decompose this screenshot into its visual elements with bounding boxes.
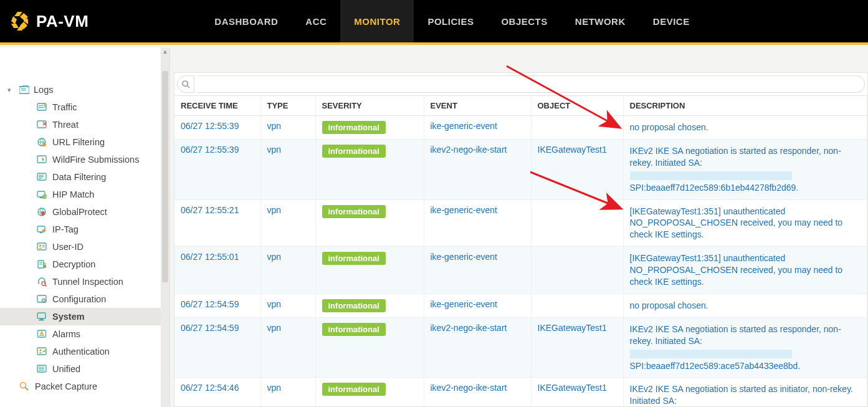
column-header[interactable]: RECEIVE TIME [174, 96, 260, 116]
severity-badge: informational [322, 145, 386, 158]
table-row[interactable]: 06/27 12:55:39vpninformationalikev2-nego… [174, 140, 867, 200]
column-header[interactable]: OBJECT [531, 96, 623, 116]
sidebar-item-url-filtering[interactable]: URL Filtering [0, 133, 161, 151]
cell-description: no proposal chosen. [623, 116, 867, 140]
svg-point-51 [21, 383, 26, 388]
svg-rect-8 [21, 89, 26, 89]
sidebar-item-data-filtering[interactable]: Data Filtering [0, 168, 161, 186]
sidebar-item-label: URL Filtering [52, 137, 105, 147]
sidebar-item-tunnel-inspection[interactable]: Tunnel Inspection [0, 273, 161, 290]
svg-line-36 [45, 285, 47, 287]
cell-type: vpn [260, 247, 315, 294]
cell-event: ikev2-nego-ike-start [424, 378, 531, 407]
table-row[interactable]: 06/27 12:54:59vpninformationalike-generi… [174, 294, 867, 317]
log-panel: RECEIVE TIMETYPESEVERITYEVENTOBJECTDESCR… [174, 72, 868, 407]
svg-point-46 [39, 349, 42, 352]
svg-rect-33 [39, 264, 42, 265]
table-row[interactable]: 06/27 12:55:01vpninformationalike-generi… [174, 247, 867, 294]
svg-rect-39 [37, 313, 45, 318]
table-row[interactable]: 06/27 12:54:59vpninformationalikev2-nego… [174, 317, 867, 378]
sidebar-item-label: Traffic [52, 102, 77, 112]
system-icon [36, 311, 47, 322]
svg-rect-19 [39, 176, 44, 177]
url-filtering-icon [36, 136, 47, 148]
sidebar-item-label: User-ID [52, 242, 83, 252]
svg-rect-40 [40, 318, 43, 320]
sidebar-item-threat[interactable]: Threat [0, 116, 161, 133]
cell-object [531, 116, 623, 140]
table-row[interactable]: 06/27 12:55:21vpninformationalike-generi… [174, 199, 867, 247]
hip-match-icon [36, 189, 47, 200]
cell-severity: informational [315, 317, 424, 378]
column-header[interactable]: DESCRIPTION [623, 96, 867, 116]
sidebar-item-ip-tag[interactable]: IP-Tag [0, 221, 161, 238]
sidebar-scrollbar[interactable]: ▲ [161, 47, 169, 407]
nav-network[interactable]: NETWORK [561, 0, 639, 42]
data-filtering-icon [36, 171, 47, 183]
sidebar-item-label: HIP Match [52, 189, 94, 199]
sidebar-item-label: GlobalProtect [52, 207, 107, 217]
table-row[interactable]: 06/27 12:54:46vpninformationalikev2-nego… [174, 378, 867, 407]
svg-rect-30 [42, 247, 45, 247]
sidebar-item-alarms[interactable]: Alarms [0, 325, 161, 343]
scroll-up-icon[interactable]: ▲ [161, 47, 169, 56]
sidebar-group-logs[interactable]: ▾ Logs [0, 81, 161, 98]
cell-object [531, 294, 623, 317]
sidebar-item-wildfire-submissions[interactable]: WildFire Submissions [0, 151, 161, 168]
scrollbar-thumb[interactable] [162, 71, 168, 282]
chevron-down-icon: ▾ [7, 86, 15, 94]
nav-policies[interactable]: POLICIES [414, 0, 487, 42]
authentication-icon [36, 346, 47, 357]
cell-severity: informational [315, 116, 424, 140]
column-header[interactable]: EVENT [424, 96, 531, 116]
sidebar: ▾ Logs TrafficThreatURL FilteringWildFir… [0, 47, 170, 407]
sidebar-item-authentication[interactable]: Authentication [0, 343, 161, 360]
nav-dashboard[interactable]: DASHBOARD [201, 0, 292, 42]
svg-marker-5 [11, 24, 19, 28]
sidebar-group-packet-capture[interactable]: Packet Capture [0, 378, 161, 395]
brand: PA-VM [11, 12, 88, 31]
cell-event: ikev2-nego-ike-start [424, 317, 531, 378]
sidebar-item-decryption[interactable]: Decryption [0, 256, 161, 273]
svg-marker-6 [11, 16, 17, 24]
cell-type: vpn [260, 378, 315, 407]
redacted-block [630, 171, 792, 180]
nav-objects[interactable]: OBJECTS [487, 0, 561, 42]
svg-rect-49 [39, 368, 44, 369]
nav-device[interactable]: DEVICE [639, 0, 703, 42]
sidebar-item-label: Tunnel Inspection [52, 277, 123, 287]
svg-line-52 [26, 388, 29, 391]
search-icon[interactable] [177, 75, 194, 93]
threat-icon [36, 119, 47, 130]
sidebar-group-label: Logs [34, 85, 53, 95]
workspace: ▾ Logs TrafficThreatURL FilteringWildFir… [0, 47, 868, 407]
table-row[interactable]: 06/27 12:55:39vpninformationalike-generi… [174, 116, 867, 140]
svg-rect-16 [37, 156, 46, 163]
column-header[interactable]: SEVERITY [315, 96, 424, 116]
svg-line-54 [187, 85, 189, 88]
cell-receive-time: 06/27 12:54:46 [174, 378, 260, 407]
column-header[interactable]: TYPE [260, 96, 315, 116]
cell-description: IKEv2 IKE SA negotiation is started as r… [623, 317, 867, 378]
sidebar-item-system[interactable]: System [0, 308, 161, 325]
sidebar-item-hip-match[interactable]: HIP Match [0, 186, 161, 203]
top-bar: PA-VM DASHBOARDACCMONITORPOLICIESOBJECTS… [0, 0, 868, 45]
sidebar-item-traffic[interactable]: Traffic [0, 98, 161, 116]
sidebar-item-unified[interactable]: Unified [0, 360, 161, 378]
cell-description: IKEv2 IKE SA negotiation is started as r… [623, 140, 867, 200]
sidebar-item-user-id[interactable]: User-ID [0, 238, 161, 256]
nav-acc[interactable]: ACC [292, 0, 340, 42]
svg-rect-48 [39, 367, 44, 368]
sidebar-item-globalprotect[interactable]: GlobalProtect [0, 203, 161, 221]
severity-badge: informational [322, 205, 386, 218]
brand-logo-icon [11, 12, 30, 31]
search-input[interactable] [197, 75, 865, 93]
sidebar-item-label: Configuration [52, 294, 106, 304]
cell-severity: informational [315, 140, 424, 200]
nav-monitor[interactable]: MONITOR [340, 0, 414, 42]
sidebar-item-configuration[interactable]: Configuration [0, 290, 161, 308]
svg-rect-41 [39, 320, 44, 320]
cell-object: IKEGatewayTest1 [531, 140, 623, 200]
sidebar-tree: ▾ Logs TrafficThreatURL FilteringWildFir… [0, 47, 161, 407]
cell-object: IKEGatewayTest1 [531, 317, 623, 378]
